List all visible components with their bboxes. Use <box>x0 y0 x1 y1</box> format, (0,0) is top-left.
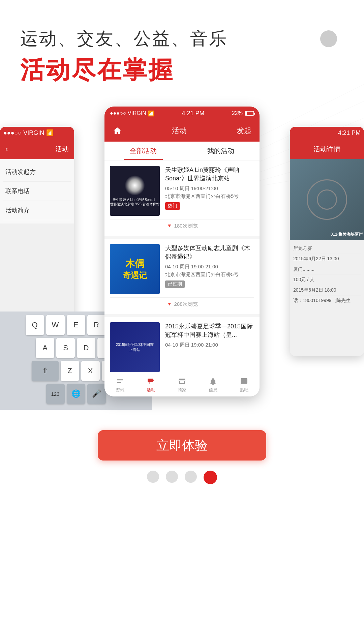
sticker-icon <box>240 377 248 386</box>
key-mic[interactable]: 🎤 <box>87 384 106 404</box>
activity-tag-1: 热门 <box>165 202 180 210</box>
hero-dot <box>320 30 337 47</box>
hero-title: 活动尽在掌握 <box>20 54 344 86</box>
center-carrier: ●●●○○ VIRGIN 📶 <box>110 110 154 117</box>
page-dots <box>147 471 217 501</box>
activity-thumb-1: 天生歌姬 A Lin《声呐Sonar》世界巡演北京站 9/26 首都体育馆 <box>110 166 160 216</box>
bottom-nav-news[interactable]: 资讯 <box>104 377 135 393</box>
page-dot-2[interactable] <box>166 471 178 483</box>
right-nav-bar: 活动详情 <box>290 139 364 159</box>
right-phone: 4:21 PM 活动详情 011·集美海峡两岸 岸龙舟赛 2015年6月22日 … <box>290 127 364 356</box>
bottom-nav-activities-label: 活动 <box>147 387 155 393</box>
home-icon[interactable] <box>113 126 122 136</box>
bottom-nav-store-label: 商家 <box>178 387 186 393</box>
right-nav-title: 活动详情 <box>313 145 340 154</box>
right-detail-location: 厦门......... <box>293 264 361 275</box>
right-time: 4:21 PM <box>338 129 361 137</box>
bottom-nav-message[interactable]: 信息 <box>198 377 229 393</box>
right-status-bar: 4:21 PM <box>290 127 364 139</box>
activity-thumb-2: 木偶 奇遇记 <box>110 244 160 294</box>
center-tabs: 全部活动 我的活动 <box>104 142 260 160</box>
page-dot-3[interactable] <box>185 471 197 483</box>
left-nav-title: 活动 <box>55 145 69 154</box>
activity-info-1: 天生歌姬A Lin黄丽玲《声呐Sonar》世界巡演北京站 05-10 周日 19… <box>165 166 254 210</box>
right-event-image: 011·集美海峡两岸 <box>290 159 364 240</box>
right-detail-date: 2015年6月22日 13:00 <box>293 254 361 264</box>
left-menu-item-1[interactable]: 活动发起方 <box>3 162 71 182</box>
key-globe[interactable]: 🌐 <box>67 384 85 404</box>
activity-card-3-inner: 2015国际冠军杯中国赛上海站 2015永乐盛夏足球季—2015国际冠军杯中国赛… <box>110 322 254 372</box>
key-shift[interactable]: ⇧ <box>32 361 59 381</box>
key-s[interactable]: S <box>56 338 75 358</box>
svg-rect-6 <box>117 379 123 380</box>
center-time: 4:21 PM <box>182 110 204 117</box>
target-inner <box>317 189 337 210</box>
bottom-nav-sticker[interactable]: 贴吧 <box>229 377 260 393</box>
activity-title-1: 天生歌姬A Lin黄丽玲《声呐Sonar》世界巡演北京站 <box>165 166 254 183</box>
left-status-bar: ●●●○○ VIRGIN 📶 <box>0 127 74 139</box>
battery-icon <box>245 111 254 116</box>
page-dot-1[interactable] <box>147 471 159 483</box>
phones-area: ●●●○○ VIRGIN 📶 ‹ 活动 活动发起方 联系电话 活动简介 4:21… <box>0 107 364 410</box>
key-d[interactable]: D <box>77 338 95 358</box>
key-r[interactable]: R <box>87 315 106 335</box>
bottom-nav-store[interactable]: 商家 <box>166 377 198 393</box>
center-phone: ●●●○○ VIRGIN 📶 4:21 PM 22% 活动 发起 全部活动 <box>104 107 260 396</box>
page-dot-4-active[interactable] <box>204 471 217 484</box>
bottom-nav-activities[interactable]: 活动 <box>135 377 166 393</box>
activity-card-3[interactable]: 2015国际冠军杯中国赛上海站 2015永乐盛夏足球季—2015国际冠军杯中国赛… <box>104 317 260 373</box>
thumb3-text: 2015国际冠军杯中国赛上海站 <box>116 342 154 352</box>
cta-button[interactable]: 立即体验 <box>98 430 266 461</box>
thumb1-text: 天生歌姬 A Lin《声呐Sonar》世界巡演北京站 9/26 首都体育馆 <box>110 198 159 206</box>
left-carrier: ●●●○○ VIRGIN <box>3 129 44 137</box>
megaphone-icon <box>147 377 155 386</box>
left-back-button[interactable]: ‹ <box>5 144 8 154</box>
center-bottom-nav: 资讯 活动 商家 信息 <box>104 373 260 396</box>
right-detail-price: 100元 / 人 <box>293 275 361 285</box>
left-wifi: 📶 <box>46 129 54 137</box>
left-nav-bar: ‹ 活动 <box>0 139 74 159</box>
bell-icon <box>209 377 217 386</box>
svg-rect-7 <box>117 381 123 381</box>
news-icon <box>116 377 124 386</box>
bottom-nav-sticker-label: 贴吧 <box>240 387 248 393</box>
target-icon <box>307 179 347 220</box>
thumb2-title: 木偶 <box>125 258 144 270</box>
tab-all-activities[interactable]: 全部活动 <box>104 142 182 160</box>
cta-area: 立即体验 <box>0 417 364 511</box>
views-icon-2: 🔻 <box>166 301 173 307</box>
key-e[interactable]: E <box>67 315 85 335</box>
activity-date-1: 05-10 周日 19:00-21:00 <box>165 185 254 192</box>
overlay-text: 011·集美海峡两岸 <box>331 232 363 237</box>
center-content: 天生歌姬 A Lin《声呐Sonar》世界巡演北京站 9/26 首都体育馆 天生… <box>104 160 260 373</box>
key-x[interactable]: X <box>81 361 100 381</box>
activity-location-2: 北京市海淀区西直门外白石桥5号 <box>165 271 254 278</box>
key-z[interactable]: Z <box>61 361 79 381</box>
right-event-detail: 岸龙舟赛 2015年6月22日 13:00 厦门......... 100元 /… <box>290 240 364 309</box>
left-menu-item-3[interactable]: 活动简介 <box>3 201 71 220</box>
battery-text: 22% <box>232 110 243 116</box>
key-w[interactable]: W <box>46 315 65 335</box>
left-menu-item-2[interactable]: 联系电话 <box>3 182 71 201</box>
activity-card-1-inner: 天生歌姬 A Lin《声呐Sonar》世界巡演北京站 9/26 首都体育馆 天生… <box>110 166 254 216</box>
tab-my-activities[interactable]: 我的活动 <box>182 142 260 160</box>
activity-views-1: 🔻 180次浏览 <box>110 219 254 231</box>
bottom-nav-news-label: 资讯 <box>116 387 124 393</box>
right-detail-contact: 话：18001019999（陈先生 <box>293 296 361 306</box>
activity-location-1: 北京市海淀区西直门外白石桥5号 <box>165 193 254 200</box>
key-123[interactable]: 123 <box>46 384 65 404</box>
activity-date-3: 04-10 周日 19:00-21:00 <box>165 342 254 348</box>
activity-title-3: 2015永乐盛夏足球季—2015国际冠军杯中国赛上海站（皇... <box>165 322 254 339</box>
left-content: 活动发起方 联系电话 活动简介 <box>0 159 74 224</box>
key-q[interactable]: Q <box>26 315 44 335</box>
activity-card-1[interactable]: 天生歌姬 A Lin《声呐Sonar》世界巡演北京站 9/26 首都体育馆 天生… <box>104 160 260 236</box>
center-nav-title: 活动 <box>172 126 187 136</box>
activity-card-2[interactable]: 木偶 奇遇记 大型多媒体互动励志儿童剧《木偶奇遇记》 04-10 周日 19:0… <box>104 239 260 314</box>
key-a[interactable]: A <box>36 338 54 358</box>
right-detail-deadline: 2015年6月2日 18:00 <box>293 285 361 296</box>
activity-title-2: 大型多媒体互动励志儿童剧《木偶奇遇记》 <box>165 244 254 261</box>
center-nav-action[interactable]: 发起 <box>237 126 251 136</box>
center-nav-bar: 活动 发起 <box>104 120 260 142</box>
activity-thumb-3: 2015国际冠军杯中国赛上海站 <box>110 322 160 372</box>
store-icon <box>178 377 186 386</box>
